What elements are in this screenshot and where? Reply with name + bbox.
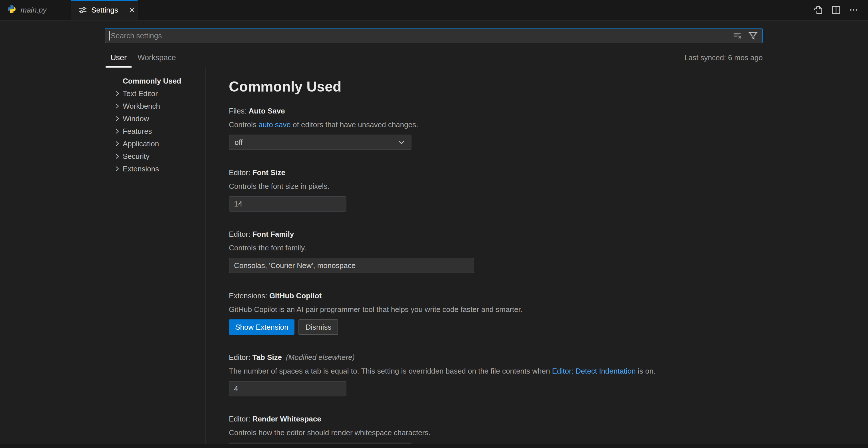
chevron-right-icon [113, 102, 123, 110]
python-icon [7, 5, 17, 15]
scope-tab-workspace[interactable]: Workspace [133, 53, 181, 68]
editor-tab-bar: main.py Settings [0, 0, 868, 21]
chevron-down-icon [397, 138, 406, 147]
open-settings-json-icon[interactable] [813, 5, 824, 15]
setting-category: Files: [229, 107, 249, 115]
setting-link[interactable]: auto save [258, 120, 291, 129]
filter-settings-icon[interactable] [748, 31, 758, 41]
settings-sliders-icon [78, 5, 87, 15]
font-family-input[interactable] [229, 258, 474, 273]
setting-row-auto-save: Files: Auto SaveControls auto save of ed… [229, 106, 868, 150]
tab-main-py[interactable]: main.py [0, 0, 71, 20]
dropdown-value: off [235, 138, 397, 147]
setting-name: Tab Size [252, 353, 282, 361]
tab-settings[interactable]: Settings [71, 0, 138, 20]
setting-control [229, 258, 868, 273]
tab-label: main.py [21, 6, 46, 14]
setting-control [229, 196, 868, 212]
toc-item-commonly-used[interactable]: Commonly Used [0, 75, 206, 87]
editor-actions [813, 0, 868, 20]
chevron-right-icon [113, 152, 123, 160]
toc-item-label: Security [123, 152, 150, 161]
setting-title: Editor: Font Size [229, 167, 868, 178]
toc-item-application[interactable]: Application [0, 137, 206, 150]
chevron-right-icon [113, 90, 123, 98]
setting-name: GitHub Copilot [269, 291, 321, 300]
toc-item-extensions[interactable]: Extensions [0, 163, 206, 175]
setting-name: Render Whitespace [252, 415, 321, 423]
setting-description: Controls auto save of editors that have … [229, 120, 868, 130]
tab-label: Settings [91, 6, 118, 14]
auto-save-dropdown[interactable]: off [229, 135, 411, 150]
setting-title: Editor: Tab Size(Modified elsewhere) [229, 352, 868, 362]
setting-category: Editor: [229, 230, 252, 238]
setting-title: Files: Auto Save [229, 106, 868, 116]
toc-item-features[interactable]: Features [0, 125, 206, 137]
tab-size-input[interactable] [229, 381, 346, 396]
window-bottom-edge [0, 444, 868, 448]
settings-toc: Commonly UsedText EditorWorkbenchWindowF… [0, 67, 206, 448]
setting-control: Show ExtensionDismiss [229, 319, 868, 335]
chevron-right-icon [113, 127, 123, 135]
more-actions-icon[interactable] [848, 5, 859, 15]
toc-item-label: Workbench [123, 102, 160, 110]
setting-category: Editor: [229, 168, 252, 177]
toc-item-label: Application [123, 139, 159, 148]
setting-link[interactable]: Editor: Detect Indentation [552, 367, 636, 375]
settings-body: Commonly UsedText EditorWorkbenchWindowF… [0, 67, 868, 448]
group-title: Commonly Used [229, 79, 868, 94]
chevron-right-icon [113, 140, 123, 148]
text-caret [109, 31, 110, 40]
chevron-right-icon [113, 115, 123, 123]
toc-item-label: Window [123, 114, 149, 123]
setting-category: Extensions: [229, 291, 269, 300]
setting-name: Font Size [252, 168, 285, 177]
dismiss-button[interactable]: Dismiss [299, 319, 338, 335]
setting-title: Editor: Render Whitespace [229, 414, 868, 424]
search-input[interactable] [111, 29, 729, 43]
setting-name: Font Family [252, 230, 294, 238]
setting-row-tab-size: Editor: Tab Size(Modified elsewhere)The … [229, 352, 868, 396]
search-actions [733, 31, 758, 41]
setting-description: The number of spaces a tab is equal to. … [229, 366, 868, 376]
setting-row-github-copilot: Extensions: GitHub CopilotGitHub Copilot… [229, 291, 868, 335]
last-synced-label: Last synced: 6 mos ago [684, 53, 763, 67]
toc-item-label: Features [123, 127, 152, 136]
toc-item-workbench[interactable]: Workbench [0, 100, 206, 113]
toc-item-window[interactable]: Window [0, 113, 206, 125]
setting-category: Editor: [229, 415, 252, 423]
setting-title: Extensions: GitHub Copilot [229, 291, 868, 301]
setting-description: Controls the font family. [229, 243, 868, 253]
setting-description: GitHub Copilot is an AI pair programmer … [229, 304, 868, 315]
toc-item-security[interactable]: Security [0, 150, 206, 163]
setting-title: Editor: Font Family [229, 229, 868, 239]
toc-item-label: Extensions [123, 164, 159, 173]
modified-elsewhere-note: (Modified elsewhere) [286, 353, 355, 361]
setting-control [229, 381, 868, 396]
toc-item-label: Commonly Used [123, 77, 181, 86]
setting-description: Controls the font size in pixels. [229, 181, 868, 191]
setting-description: Controls how the editor should render wh… [229, 427, 868, 438]
setting-row-font-family: Editor: Font FamilyControls the font fam… [229, 229, 868, 273]
chevron-right-icon [113, 165, 123, 173]
toc-item-label: Text Editor [123, 89, 158, 98]
setting-row-render-whitespace: Editor: Render WhitespaceControls how th… [229, 414, 868, 448]
split-editor-icon[interactable] [831, 5, 841, 15]
font-size-input[interactable] [229, 196, 346, 212]
close-icon[interactable] [128, 5, 136, 15]
setting-control: off [229, 135, 868, 150]
setting-category: Editor: [229, 353, 252, 361]
show-extension-button[interactable]: Show Extension [229, 319, 294, 335]
settings-list: Commonly Used Files: Auto SaveControls a… [207, 67, 868, 448]
setting-row-font-size: Editor: Font SizeControls the font size … [229, 167, 868, 212]
settings-scope-bar: User Workspace Last synced: 6 mos ago [105, 49, 763, 67]
setting-name: Auto Save [249, 107, 285, 115]
settings-search-bar [105, 28, 763, 43]
clear-settings-search-icon[interactable] [733, 31, 743, 41]
toc-item-text-editor[interactable]: Text Editor [0, 87, 206, 100]
scope-tab-user[interactable]: User [105, 53, 131, 68]
